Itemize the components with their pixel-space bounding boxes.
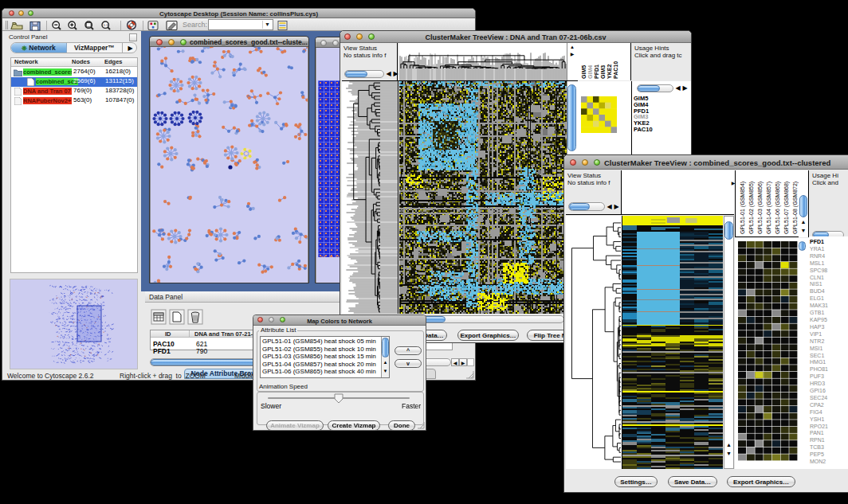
- svg-text:1:1: 1:1: [104, 23, 109, 27]
